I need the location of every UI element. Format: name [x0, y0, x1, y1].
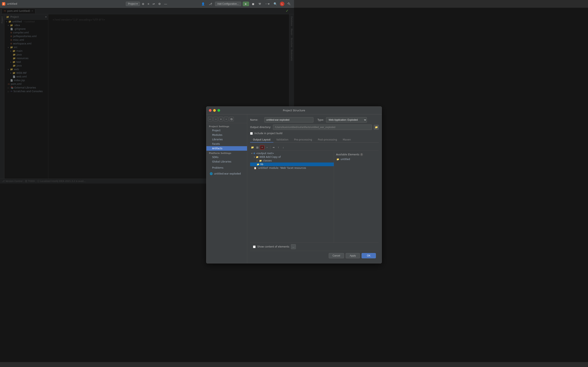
- user-avatar-btn[interactable]: L: [280, 2, 285, 6]
- tab-validation[interactable]: Validation: [273, 137, 291, 142]
- dialog-nav-remove-btn[interactable]: −: [224, 117, 228, 121]
- dialog-title: Project Structure: [283, 109, 294, 112]
- title-bar-right: 👤 ⎇ Add Configuration... ▶ ◼ ⚒ ⋯▾ 🔍 L 🔌: [200, 2, 292, 6]
- nav-item-problems[interactable]: Problems: [207, 166, 247, 170]
- more-run-btn[interactable]: ⋯▾: [264, 2, 271, 6]
- nav-item-global-libraries[interactable]: Global Libraries: [207, 159, 247, 164]
- dialog-title-bar: Project Structure: [207, 107, 294, 114]
- output-dir-row: Output directory: 📁: [250, 125, 294, 130]
- include-in-build-label: Include in project build: [254, 132, 282, 135]
- name-form-row: Name: Type: Web Application: Exploded: [250, 117, 294, 123]
- name-label: Name:: [250, 118, 262, 121]
- classes-label: classes: [263, 159, 272, 162]
- dialog-nav-add-btn[interactable]: +: [219, 117, 223, 121]
- dialog-nav-actions: ← → + − ⧉: [207, 116, 247, 123]
- sync-icon-btn[interactable]: ⇌: [151, 2, 156, 6]
- list-icon-btn[interactable]: ≡: [146, 2, 150, 6]
- dialog-nav-forward-btn[interactable]: →: [213, 117, 218, 121]
- title-bar-left: J untitled: [2, 2, 17, 6]
- dialog-nav-back-btn[interactable]: ←: [208, 117, 213, 121]
- settings-icon-btn[interactable]: ⚙: [157, 2, 162, 6]
- nav-item-artifacts[interactable]: Artifacts: [207, 146, 247, 151]
- nav-item-facets[interactable]: Facets: [207, 142, 247, 146]
- nav-item-libraries[interactable]: Libraries: [207, 137, 247, 142]
- platform-settings-section-label: Platform Settings: [207, 151, 247, 155]
- layout-tree-web[interactable]: ▾ 📁 WEB Add Copy of: [250, 155, 294, 159]
- nav-item-project[interactable]: Project: [207, 128, 247, 133]
- tree-tool-add-btn[interactable]: +: [260, 145, 264, 150]
- tab-output-layout[interactable]: Output Layout: [250, 137, 273, 142]
- dialog-nav-copy-btn[interactable]: ⧉: [229, 117, 234, 121]
- build-btn[interactable]: ⚒: [257, 2, 262, 6]
- tree-tool-extract-btn[interactable]: ⇥: [271, 145, 276, 150]
- tab-pre-processing[interactable]: Pre-processing: [291, 137, 294, 142]
- app-title: untitled: [7, 2, 17, 5]
- dialog-content: Name: Type: Web Application: Exploded Ou…: [247, 114, 294, 184]
- layout-tree: ▾ ⚙ <output root> ▾ 📁 WEB Add Copy of: [250, 151, 294, 184]
- dialog-minimize-btn[interactable]: [213, 109, 216, 112]
- add-config-btn[interactable]: Add Configuration...: [215, 2, 241, 6]
- app-icon: J: [2, 2, 5, 6]
- stop-btn[interactable]: ◼: [251, 2, 256, 6]
- modal-overlay: Project Structure ← → + − ⧉ Project Sett…: [0, 8, 294, 184]
- artifact-tree-item[interactable]: 🌐 untitled:war exploded: [208, 172, 245, 176]
- content-tabs: Output Layout Validation Pre-processing …: [250, 137, 294, 143]
- project-dropdown-btn[interactable]: Project ▾: [126, 2, 140, 6]
- dialog-close-btn[interactable]: [209, 109, 212, 112]
- include-build-row: Include in project build: [250, 132, 294, 135]
- facet-resources-label: 'untitled' module: 'Web' facet resources: [258, 167, 294, 169]
- project-structure-dialog: Project Structure ← → + − ⧉ Project Sett…: [206, 106, 294, 184]
- tree-tool-file-btn[interactable]: ▤: [255, 145, 259, 150]
- output-dir-label: Output directory:: [250, 126, 271, 129]
- layout-tree-classes[interactable]: ▷ 📁 classes: [250, 159, 294, 162]
- project-btn-label: Project ▾: [128, 2, 138, 5]
- nav-item-modules[interactable]: Modules: [207, 133, 247, 137]
- tree-tool-folder-btn[interactable]: 📁: [250, 145, 255, 150]
- title-bar: J untitled Project ▾ ⊕ ≡ ⇌ ⚙ — 👤 ⎇ Add C…: [0, 0, 294, 8]
- dialog-body: ← → + − ⧉ Project Settings Project Modul…: [207, 114, 294, 184]
- git-btn[interactable]: ⎇: [208, 2, 213, 6]
- output-dir-input[interactable]: [273, 125, 294, 130]
- minimize-icon-btn[interactable]: —: [163, 2, 168, 6]
- output-root-label: <output root>: [256, 152, 274, 155]
- layout-tree-facet-resources[interactable]: 📋 'untitled' module: 'Web' facet resourc…: [250, 166, 294, 170]
- tree-toolbar-separator: [270, 146, 270, 149]
- tree-tool-up-btn[interactable]: ↑: [276, 145, 281, 150]
- artifact-entry-area: 🌐 untitled:war exploded: [207, 170, 247, 176]
- run-btn[interactable]: ▶: [243, 2, 249, 6]
- plugin-btn[interactable]: 🔌: [286, 2, 292, 6]
- search-btn[interactable]: 🔍: [272, 2, 278, 6]
- layout-tree-output-root[interactable]: ▾ ⚙ <output root>: [250, 151, 294, 155]
- project-settings-section-label: Project Settings: [207, 124, 247, 128]
- traffic-lights: [209, 109, 220, 112]
- artifact-name: untitled:war exploded: [214, 172, 241, 175]
- tree-toolbar: 📁 ▤ + − ⇥ ↑ ↓: [250, 144, 294, 151]
- tree-tool-down-btn[interactable]: ↓: [281, 145, 285, 150]
- title-bar-center: Project ▾ ⊕ ≡ ⇌ ⚙ —: [126, 2, 168, 6]
- dialog-expand-btn[interactable]: [217, 109, 220, 112]
- dialog-nav: ← → + − ⧉ Project Settings Project Modul…: [207, 114, 247, 184]
- nav-item-sdks[interactable]: SDKs: [207, 155, 247, 159]
- name-input[interactable]: [264, 117, 294, 123]
- green-check-mark: ✓: [286, 8, 289, 13]
- tree-tool-remove-btn[interactable]: −: [265, 145, 269, 150]
- web-folder-label: WEB Add Copy of: [259, 156, 281, 158]
- lib-label: lib: [260, 163, 263, 166]
- profile-btn[interactable]: 👤: [200, 2, 206, 6]
- include-in-build-checkbox[interactable]: [250, 132, 253, 135]
- layout-tree-lib[interactable]: 📁 lib: [250, 162, 294, 166]
- content-area: ▾ ⚙ <output root> ▾ 📁 WEB Add Copy of: [250, 151, 294, 184]
- global-icon-btn[interactable]: ⊕: [141, 2, 146, 6]
